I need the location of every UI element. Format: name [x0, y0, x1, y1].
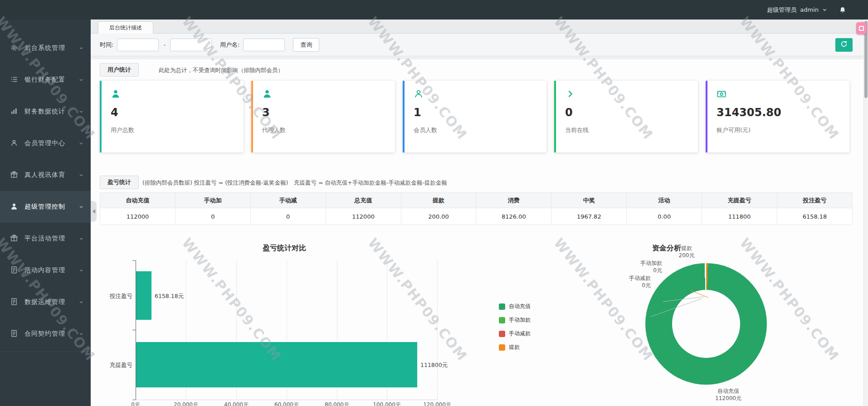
gear-icon	[10, 44, 18, 53]
bar-value-label: 111800元	[420, 362, 448, 369]
sidebar-item-finance-stats[interactable]: 财务数据统计	[0, 96, 91, 127]
sidebar-item-label: 活动内容管理	[24, 266, 79, 274]
sidebar-item-label: 超级管理控制	[24, 203, 79, 211]
gridline	[437, 260, 438, 400]
donut-label-line: 112000元	[706, 395, 751, 402]
sidebar-item-live-sports[interactable]: 真人视讯体育	[0, 159, 91, 191]
user-role-label: 超级管理员	[767, 6, 796, 14]
bell-icon[interactable]	[839, 6, 846, 14]
sidebar-item-bank[interactable]: 银行财务配置	[0, 64, 91, 96]
sidebar-item-label: 财务数据统计	[24, 108, 79, 116]
sidebar-item-label: 真人视讯体育	[24, 171, 79, 179]
table-header-row: 自动充值 手动加 手动减 总充值 提款 消费 中奖 活动 充提盈亏 投注盈亏	[100, 193, 853, 208]
sidebar: 后台系统管理 银行财务配置 财务数据统计 会员管理中心 真人视讯体育 超级管理控…	[0, 20, 91, 406]
refresh-icon	[840, 40, 848, 49]
table-cell: 0	[250, 208, 326, 225]
sidebar-item-contracts[interactable]: 合同契约管理	[0, 318, 91, 350]
stat-label: 账户可用(元)	[717, 126, 840, 134]
legend-item[interactable]: 手动减款	[499, 330, 531, 338]
sidebar-collapse-handle[interactable]	[91, 201, 97, 222]
time-from-input[interactable]	[117, 39, 159, 51]
tab-label: 后台统计描述	[109, 24, 142, 32]
username-input[interactable]	[243, 39, 285, 51]
sidebar-item-activity-content[interactable]: 活动内容管理	[0, 254, 91, 286]
bar-chart-title: 盈亏统计对比	[239, 244, 330, 253]
donut-label-manual-deduct: 手动减款 0元	[610, 275, 651, 289]
x-tick-label: 120,000元	[423, 401, 451, 406]
donut-label-withdraw: 提款 200元	[670, 245, 703, 259]
chevron-down-icon	[79, 44, 83, 52]
user-menu[interactable]: 超级管理员 admin	[767, 5, 827, 14]
legend-swatch	[499, 344, 505, 351]
x-tick-label: 100,000元	[373, 401, 401, 406]
chevron-down-icon	[79, 171, 83, 179]
sidebar-item-members[interactable]: 会员管理中心	[0, 127, 91, 159]
stat-label: 代理人数	[262, 126, 386, 134]
stat-value: 1	[414, 106, 537, 119]
profit-stats-note: (排除内部会员数据) 投注盈亏 = (投注消费金额-返奖金额) 充提盈亏 = 自…	[142, 179, 447, 187]
query-button[interactable]: 查询	[293, 38, 319, 52]
tab-backend-statistics[interactable]: 后台统计描述	[98, 21, 153, 34]
service-icon	[859, 26, 864, 31]
chevron-down-icon	[79, 108, 83, 115]
legend-item[interactable]: 手动加款	[499, 316, 531, 324]
axis-tick	[132, 260, 136, 261]
topbar: 超级管理员 admin	[0, 0, 868, 20]
axis-tick	[132, 400, 136, 400]
table-header-cell: 投注盈亏	[777, 193, 853, 208]
table-cell: 0	[175, 208, 250, 225]
sidebar-item-data-ops[interactable]: 数据运维管理	[0, 286, 91, 318]
donut-label-line: 200元	[670, 252, 703, 259]
table-header-cell: 手动加	[175, 193, 250, 208]
table-header-cell: 总充值	[326, 193, 401, 208]
sidebar-item-super-admin[interactable]: 超级管理控制	[0, 191, 91, 223]
chevron-down-icon	[79, 140, 83, 147]
user-outline-icon	[414, 92, 424, 101]
sidebar-item-system[interactable]: 后台系统管理	[0, 32, 91, 64]
donut-label-line: 手动加款	[621, 260, 662, 267]
user-stats-note: 此处为总计，不受查询时间影响（排除内部会员）	[159, 67, 283, 74]
donut-label-line: 0元	[610, 282, 651, 289]
user-solid-icon	[262, 92, 272, 101]
sidebar-item-label: 银行财务配置	[24, 76, 79, 84]
user-icon	[10, 139, 18, 148]
chevron-down-icon	[79, 267, 83, 274]
donut-label-line: 0元	[621, 267, 662, 274]
legend-item[interactable]: 提款	[499, 343, 531, 351]
donut-ring	[645, 263, 767, 385]
x-tick-label: 40,000元	[224, 401, 249, 406]
bar-chart-x-axis	[136, 400, 438, 400]
stat-value: 314305.80	[717, 106, 840, 119]
chevron-down-icon	[79, 203, 83, 210]
sidebar-item-platform-activity[interactable]: 平台活动管理	[0, 223, 91, 254]
chevron-down-icon	[79, 235, 83, 242]
table-cell: 112000	[326, 208, 401, 225]
x-tick-label: 80,000元	[325, 401, 349, 406]
document-icon	[10, 298, 18, 307]
range-separator: -	[163, 41, 166, 48]
time-label: 时间:	[100, 41, 113, 49]
stat-card-online: 0 当前在线	[554, 81, 698, 152]
bar-category-label: 投注盈亏	[97, 293, 132, 300]
dashboard-panel: 用户统计 此处为总计，不受查询时间影响（排除内部会员） 4 用户总数 3 代理人…	[91, 59, 863, 406]
stat-card-total-users: 4 用户总数	[100, 81, 244, 152]
legend-item[interactable]: 自动充值	[499, 303, 531, 310]
refresh-button[interactable]	[835, 38, 853, 52]
scrollbar	[863, 20, 868, 406]
stat-value: 4	[111, 106, 234, 119]
sidebar-divider	[0, 352, 91, 352]
donut-label-line: 手动减款	[610, 275, 651, 282]
chart-icon	[10, 107, 18, 117]
bar-bet-profit	[136, 271, 151, 320]
donut-label-auto-recharge: 自动充值 112000元	[706, 388, 751, 402]
legend-label: 自动充值	[509, 303, 531, 310]
user-solid-icon	[111, 92, 121, 101]
stat-card-agents: 3 代理人数	[251, 81, 395, 152]
stat-card-balance: 314305.80 账户可用(元)	[706, 81, 849, 152]
time-to-input[interactable]	[170, 39, 212, 51]
table-row: 112000 0 0 112000 200.00 8126.00 1967.82…	[100, 208, 853, 225]
legend-swatch	[499, 331, 505, 337]
legend-label: 手动减款	[509, 330, 531, 338]
legend-label: 提款	[509, 343, 520, 351]
floating-service-tab[interactable]	[856, 22, 867, 34]
